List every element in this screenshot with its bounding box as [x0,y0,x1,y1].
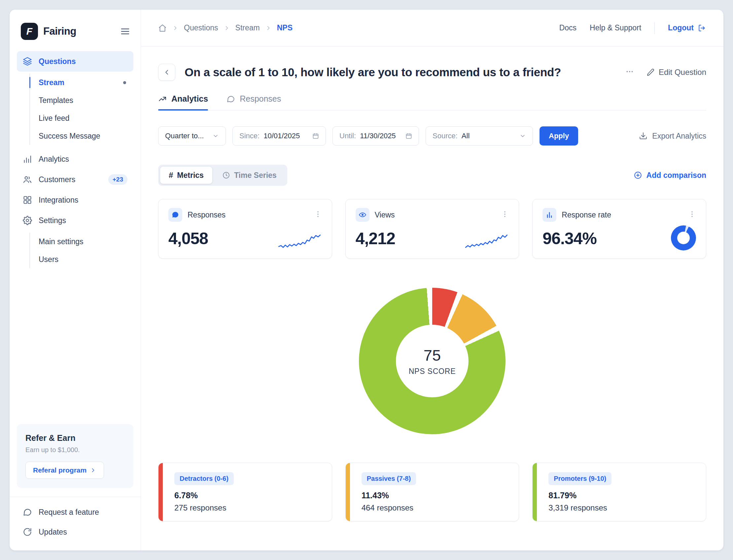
passives-color-bar [346,463,350,521]
page-title: On a scale of 1 to 10, how likely are yo… [184,66,561,79]
chevron-down-icon [212,133,219,139]
app-window: F Fairing Questions Stream Templates [9,9,724,551]
nps-donut-chart: 75 NPS SCORE [359,288,506,434]
calendar-icon [312,133,319,139]
export-analytics-button[interactable]: Export Analytics [639,132,706,141]
nps-chart-section: 75 NPS SCORE [158,288,706,434]
download-icon [639,132,648,140]
source-value: All [462,132,516,140]
sidebar-item-stream[interactable]: Stream [30,74,133,91]
chevron-right-icon [265,25,272,31]
view-toggle: # Metrics Time Series [158,165,287,186]
passives-card: Passives (7-8) 11.43% 464 responses [345,463,519,521]
card-menu-button[interactable] [688,210,696,219]
stream-notification-dot [123,81,126,84]
breadcrumb: Questions Stream NPS [158,23,292,32]
card-menu-button[interactable] [501,210,509,219]
sidebar-item-integrations[interactable]: Integrations [17,190,133,210]
main-area: Questions Stream NPS Docs Help & Support… [141,10,723,550]
top-links: Docs Help & Support Logout [559,22,706,34]
sidebar-item-label: Templates [39,96,73,105]
chat-bubble-icon [168,208,182,222]
chevron-down-icon [519,133,526,139]
sidebar-item-label: Integrations [39,196,78,205]
home-icon[interactable] [158,24,167,32]
date-preset-dropdown[interactable]: Quarter to... [158,126,226,146]
edit-question-label: Edit Question [659,68,706,77]
view-toggle-row: # Metrics Time Series Add comparison [158,165,706,186]
grid-icon [23,195,32,205]
sidebar-item-analytics[interactable]: Analytics [17,149,133,169]
sidebar-item-settings[interactable]: Settings [17,210,133,231]
sidebar-item-users[interactable]: Users [30,250,133,268]
until-date-field[interactable]: Until: 11/30/2025 [332,126,419,146]
since-label: Since: [239,132,259,140]
pencil-icon [647,68,654,76]
sidebar-item-success-message[interactable]: Success Message [30,127,133,145]
metric-label: Views [375,211,395,219]
nps-score-label: NPS SCORE [409,367,456,376]
users-icon [23,175,32,184]
mini-bar-chart-icon [543,208,556,222]
sidebar-item-questions[interactable]: Questions [17,51,133,72]
sidebar-item-templates[interactable]: Templates [30,91,133,109]
breadcrumb-questions[interactable]: Questions [184,23,218,32]
tab-responses[interactable]: Responses [226,94,281,110]
chevron-left-icon [163,68,171,76]
clock-icon [222,171,230,179]
metrics-toggle-button[interactable]: # Metrics [160,167,212,184]
logout-button[interactable]: Logout [668,23,706,32]
passives-responses: 464 responses [361,503,509,512]
ellipsis-icon [625,67,634,76]
sidebar-item-live-feed[interactable]: Live feed [30,109,133,127]
response-rate-ring-chart [671,225,696,250]
date-preset-value: Quarter to... [165,132,208,140]
footer-item-label: Updates [39,528,67,537]
sidebar-collapse-button[interactable] [120,26,130,36]
back-button[interactable] [158,64,175,81]
request-feature-button[interactable]: Request a feature [17,502,133,522]
sidebar-item-main-settings[interactable]: Main settings [30,233,133,250]
nps-summary-cards: Detractors (0-6) 6.78% 275 responses Pas… [158,463,706,521]
filter-bar: Quarter to... Since: 10/01/2025 Until: 1… [158,126,706,146]
docs-link[interactable]: Docs [559,23,577,32]
source-dropdown[interactable]: Source: All [426,126,533,146]
add-comparison-button[interactable]: Add comparison [634,171,706,180]
logout-label: Logout [668,23,694,32]
promoters-color-bar [533,463,537,521]
footer-item-label: Request a feature [39,508,99,517]
more-options-button[interactable] [625,67,634,77]
tab-label: Responses [240,94,281,104]
sidebar-item-label: Questions [39,57,76,66]
sidebar-item-label: Customers [39,175,75,184]
nps-donut-center: 75 NPS SCORE [359,288,506,434]
apply-button[interactable]: Apply [540,126,578,146]
since-value: 10/01/2025 [263,132,308,140]
detractors-badge: Detractors (0-6) [174,472,234,485]
refresh-icon [23,527,32,537]
referral-program-button[interactable]: Referal program [25,462,104,479]
sidebar-header: F Fairing [10,10,141,50]
breadcrumb-stream[interactable]: Stream [235,23,260,32]
bar-chart-icon [23,154,32,164]
chevron-right-icon [172,25,179,31]
sidebar-item-customers[interactable]: Customers +23 [17,169,133,190]
metric-label: Responses [187,211,225,219]
since-date-field[interactable]: Since: 10/01/2025 [232,126,326,146]
card-menu-button[interactable] [314,210,322,219]
tab-label: Analytics [171,94,208,104]
updates-button[interactable]: Updates [17,522,133,542]
metrics-toggle-label: Metrics [177,171,204,180]
time-series-toggle-label: Time Series [234,171,277,180]
edit-question-button[interactable]: Edit Question [647,68,706,77]
hash-icon: # [169,171,173,180]
passives-percent: 11.43% [361,491,509,500]
time-series-toggle-button[interactable]: Time Series [214,167,285,184]
sidebar-item-label: Success Message [39,132,100,141]
page-content: On a scale of 1 to 10, how likely are yo… [141,47,723,550]
help-support-link[interactable]: Help & Support [590,23,641,32]
until-value: 11/30/2025 [360,132,402,140]
tab-analytics[interactable]: Analytics [158,94,208,110]
top-bar: Questions Stream NPS Docs Help & Support… [141,10,723,47]
add-comparison-label: Add comparison [647,171,706,180]
